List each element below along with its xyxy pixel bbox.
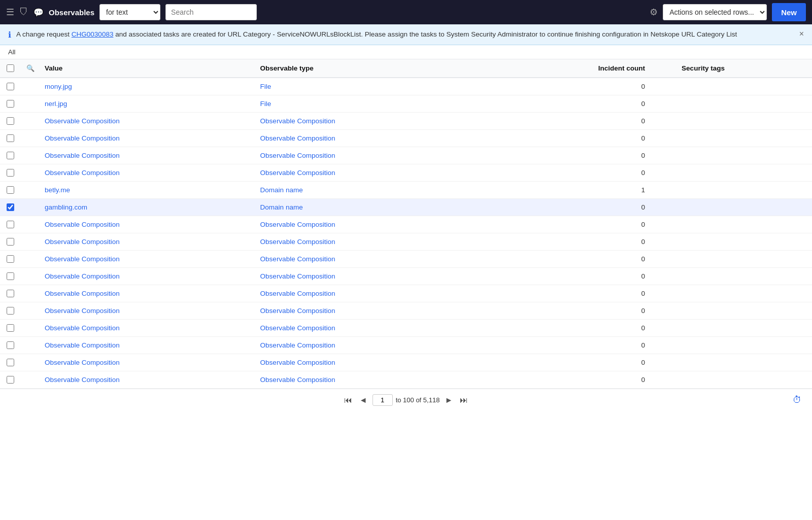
row-value-link[interactable]: Observable Composition <box>45 255 120 263</box>
row-checkbox[interactable] <box>7 324 14 332</box>
banner-info-icon: ℹ <box>8 30 11 40</box>
row-value-link[interactable]: Observable Composition <box>45 134 120 142</box>
row-checkbox[interactable] <box>7 255 14 263</box>
row-checkbox[interactable] <box>7 307 14 315</box>
row-checkbox[interactable] <box>7 341 14 349</box>
row-search-cell <box>20 182 39 199</box>
row-value-link[interactable]: Observable Composition <box>45 221 120 228</box>
row-value-link[interactable]: Observable Composition <box>45 272 120 280</box>
row-type-link[interactable]: Domain name <box>260 203 303 211</box>
row-type-link[interactable]: Observable Composition <box>260 376 335 384</box>
row-tags-cell <box>675 371 812 389</box>
row-type-link[interactable]: Observable Composition <box>260 272 335 280</box>
row-type-cell: Observable Composition <box>254 216 470 233</box>
row-value-link[interactable]: Observable Composition <box>45 307 120 315</box>
row-type-link[interactable]: Observable Composition <box>260 341 335 349</box>
row-tags-cell <box>675 302 812 320</box>
column-search-icon[interactable]: 🔍 <box>26 64 35 72</box>
row-value-link[interactable]: mony.jpg <box>45 83 72 90</box>
row-checkbox[interactable] <box>7 134 14 142</box>
row-checkbox[interactable] <box>7 100 14 108</box>
row-checkbox[interactable] <box>7 221 14 228</box>
row-checkbox[interactable] <box>7 203 14 211</box>
row-type-link[interactable]: Observable Composition <box>260 134 335 142</box>
row-value-cell: Observable Composition <box>39 337 254 354</box>
select-all-checkbox[interactable] <box>7 64 14 72</box>
row-checkbox[interactable] <box>7 238 14 246</box>
row-value-link[interactable]: Observable Composition <box>45 169 120 177</box>
menu-icon[interactable]: ☰ <box>6 7 14 18</box>
row-value-link[interactable]: Observable Composition <box>45 324 120 332</box>
row-checkbox-cell <box>0 285 20 302</box>
first-page-button[interactable]: ⏮ <box>342 395 354 405</box>
page-number-input[interactable] <box>373 394 393 406</box>
row-checkbox-cell <box>0 233 20 251</box>
row-value-link[interactable]: Observable Composition <box>45 238 120 246</box>
row-incident-cell: 0 <box>469 371 675 389</box>
col-header-type: Observable type <box>254 59 470 78</box>
row-checkbox-cell <box>0 182 20 199</box>
row-checkbox[interactable] <box>7 152 14 159</box>
new-button[interactable]: New <box>772 3 806 21</box>
row-type-link[interactable]: File <box>260 100 272 108</box>
row-type-link[interactable]: Observable Composition <box>260 324 335 332</box>
pagination-bar: ⏮ ◄ to 100 of 5,118 ► ⏭ ⏱ <box>0 389 812 411</box>
table-row: Observable CompositionObservable Composi… <box>0 130 812 147</box>
row-type-link[interactable]: Observable Composition <box>260 255 335 263</box>
row-value-cell: Observable Composition <box>39 251 254 268</box>
row-checkbox[interactable] <box>7 117 14 125</box>
table-row: Observable CompositionObservable Composi… <box>0 216 812 233</box>
prev-page-button[interactable]: ◄ <box>357 395 369 405</box>
actions-dropdown[interactable]: Actions on selected rows... Delete selec… <box>663 4 767 20</box>
row-checkbox[interactable] <box>7 169 14 177</box>
row-type-link[interactable]: Domain name <box>260 186 303 194</box>
last-page-button[interactable]: ⏭ <box>458 395 470 405</box>
gear-icon[interactable]: ⚙ <box>650 7 658 18</box>
banner-close-icon[interactable]: × <box>799 29 804 39</box>
row-value-link[interactable]: gambling.com <box>45 203 87 211</box>
row-type-link[interactable]: Observable Composition <box>260 238 335 246</box>
row-checkbox[interactable] <box>7 272 14 280</box>
row-type-link[interactable]: Observable Composition <box>260 169 335 177</box>
refresh-icon[interactable]: ⏱ <box>793 395 802 405</box>
chat-icon[interactable]: 💬 <box>33 8 44 17</box>
row-value-link[interactable]: Observable Composition <box>45 290 120 297</box>
table-row: Observable CompositionObservable Composi… <box>0 233 812 251</box>
row-value-link[interactable]: betly.me <box>45 186 70 194</box>
search-input[interactable] <box>165 4 257 20</box>
col-header-check <box>0 59 20 78</box>
table-row: nerl.jpgFile0 <box>0 95 812 113</box>
row-checkbox-cell <box>0 95 20 113</box>
row-incident-cell: 0 <box>469 251 675 268</box>
row-value-link[interactable]: Observable Composition <box>45 117 120 125</box>
filter-dropdown[interactable]: for text for value for type <box>99 4 160 20</box>
row-type-link[interactable]: Observable Composition <box>260 290 335 297</box>
sub-header-label: All <box>8 48 15 56</box>
row-type-link[interactable]: Observable Composition <box>260 359 335 366</box>
row-value-link[interactable]: Observable Composition <box>45 359 120 366</box>
filter-icon[interactable]: ⛉ <box>19 7 28 18</box>
row-checkbox[interactable] <box>7 359 14 366</box>
row-type-link[interactable]: Observable Composition <box>260 307 335 315</box>
row-type-link[interactable]: File <box>260 83 272 90</box>
row-checkbox[interactable] <box>7 186 14 194</box>
next-page-button[interactable]: ► <box>443 395 455 405</box>
row-checkbox[interactable] <box>7 290 14 297</box>
row-type-link[interactable]: Observable Composition <box>260 117 335 125</box>
observables-table: 🔍 Value Observable type Incident count S… <box>0 59 812 389</box>
row-value-link[interactable]: Observable Composition <box>45 376 120 384</box>
row-checkbox[interactable] <box>7 83 14 90</box>
row-value-cell: gambling.com <box>39 199 254 216</box>
banner-link[interactable]: CHG0030083 <box>72 30 114 38</box>
row-value-link[interactable]: Observable Composition <box>45 152 120 159</box>
table-row: Observable CompositionObservable Composi… <box>0 354 812 371</box>
row-type-cell: Observable Composition <box>254 268 470 285</box>
row-type-link[interactable]: Observable Composition <box>260 152 335 159</box>
row-value-link[interactable]: nerl.jpg <box>45 100 67 108</box>
row-checkbox[interactable] <box>7 376 14 384</box>
row-tags-cell <box>675 354 812 371</box>
row-type-link[interactable]: Observable Composition <box>260 221 335 228</box>
row-value-link[interactable]: Observable Composition <box>45 341 120 349</box>
row-checkbox-cell <box>0 268 20 285</box>
row-tags-cell <box>675 268 812 285</box>
